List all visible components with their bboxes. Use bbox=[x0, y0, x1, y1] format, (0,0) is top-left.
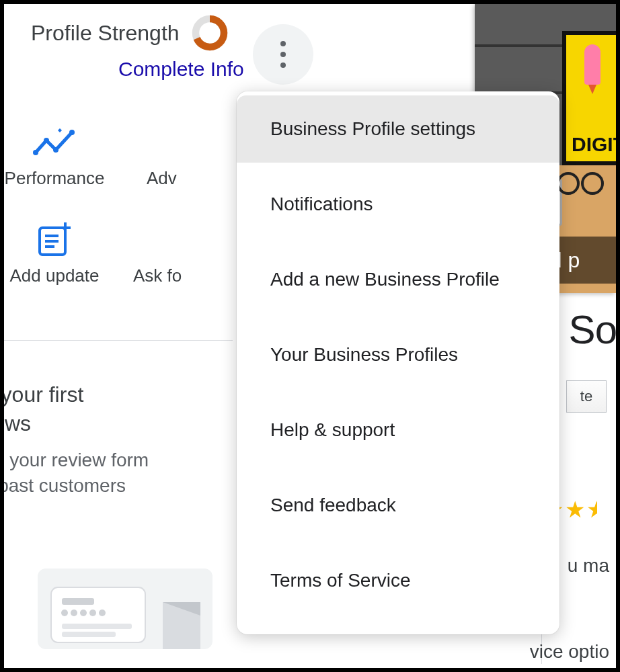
svg-point-5 bbox=[69, 130, 75, 135]
performance-label: Performance bbox=[4, 163, 105, 189]
menu-your-profiles[interactable]: Your Business Profiles bbox=[237, 321, 559, 388]
svg-rect-19 bbox=[62, 624, 132, 629]
ask-for-label: Ask fo bbox=[133, 260, 206, 286]
action-advertise[interactable]: Adv bbox=[105, 105, 206, 202]
sign-text: DIGIT bbox=[572, 133, 616, 156]
profile-strength-ring-icon bbox=[192, 15, 228, 51]
more-options-button[interactable] bbox=[253, 24, 313, 85]
svg-point-17 bbox=[89, 610, 96, 616]
kebab-icon bbox=[280, 41, 286, 68]
svg-point-3 bbox=[44, 138, 49, 143]
svg-point-4 bbox=[53, 147, 59, 153]
svg-point-16 bbox=[80, 610, 87, 616]
svg-rect-20 bbox=[62, 632, 116, 637]
partial-button[interactable]: te bbox=[566, 380, 607, 413]
svg-point-18 bbox=[99, 610, 106, 616]
add-update-label: Add update bbox=[4, 260, 105, 286]
review-thumbnail bbox=[38, 569, 212, 649]
partial-text-u-ma: u ma bbox=[568, 555, 609, 577]
menu-send-feedback[interactable]: Send feedback bbox=[237, 472, 559, 539]
add-update-icon bbox=[36, 221, 73, 259]
action-ask-for-reviews[interactable]: Ask fo bbox=[105, 202, 206, 300]
menu-terms-of-service[interactable]: Terms of Service bbox=[237, 547, 559, 614]
glasses-icon bbox=[557, 172, 604, 187]
performance-icon bbox=[33, 127, 76, 158]
reviews-subtext: are your review form th past customers bbox=[0, 448, 219, 499]
section-divider bbox=[4, 340, 233, 341]
svg-point-15 bbox=[71, 610, 77, 616]
svg-rect-13 bbox=[62, 598, 94, 605]
menu-help-support[interactable]: Help & support bbox=[237, 396, 559, 464]
menu-business-profile-settings[interactable]: Business Profile settings bbox=[237, 95, 559, 163]
advertise-label: Adv bbox=[147, 163, 206, 189]
profile-strength-label: Profile Strength bbox=[31, 21, 180, 46]
menu-add-new-profile[interactable]: Add a new Business Profile bbox=[237, 246, 559, 313]
action-performance[interactable]: Performance bbox=[4, 105, 105, 202]
reviews-heading: et your first views bbox=[0, 380, 219, 438]
svg-point-2 bbox=[33, 150, 38, 155]
rocket-icon bbox=[584, 44, 600, 85]
actions-grid: Performance Adv Add update Ask fo bbox=[4, 105, 206, 300]
svg-point-14 bbox=[61, 610, 68, 616]
service-option-text: vice optio bbox=[530, 641, 609, 663]
menu-notifications[interactable]: Notifications bbox=[237, 171, 559, 238]
more-options-menu: Business Profile settings Notifications … bbox=[237, 91, 559, 634]
complete-info-link[interactable]: Complete Info bbox=[118, 58, 244, 81]
business-name: Soc bbox=[569, 306, 620, 353]
action-add-update[interactable]: Add update bbox=[4, 202, 105, 300]
photo-yellow-sign: DIGIT bbox=[562, 31, 616, 165]
reviews-section: et your first views are your review form… bbox=[0, 380, 219, 499]
